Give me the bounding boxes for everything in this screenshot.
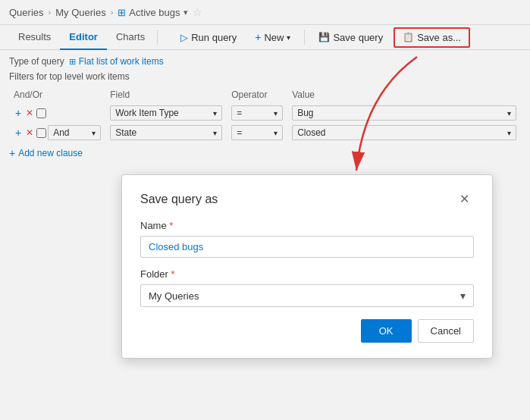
modal-header: Save query as ✕ xyxy=(140,190,474,208)
name-required: * xyxy=(169,220,173,231)
modal-footer: OK Cancel xyxy=(140,319,474,343)
folder-required: * xyxy=(171,268,174,280)
save-query-as-dialog: Save query as ✕ Name * Folder * My Queri… xyxy=(121,174,493,359)
folder-label: Folder * xyxy=(140,268,474,280)
folder-value: My Queries xyxy=(149,290,199,302)
folder-chevron-icon: ▾ xyxy=(460,290,466,302)
modal-title: Save query as xyxy=(140,193,218,206)
folder-dropdown[interactable]: My Queries ▾ xyxy=(140,284,474,307)
name-input[interactable] xyxy=(140,236,474,258)
ok-button[interactable]: OK xyxy=(361,319,412,343)
modal-close-button[interactable]: ✕ xyxy=(455,190,474,208)
name-label: Name * xyxy=(140,220,474,231)
cancel-button[interactable]: Cancel xyxy=(418,319,474,343)
folder-label-text: Folder xyxy=(140,268,168,280)
name-label-text: Name xyxy=(140,220,167,231)
